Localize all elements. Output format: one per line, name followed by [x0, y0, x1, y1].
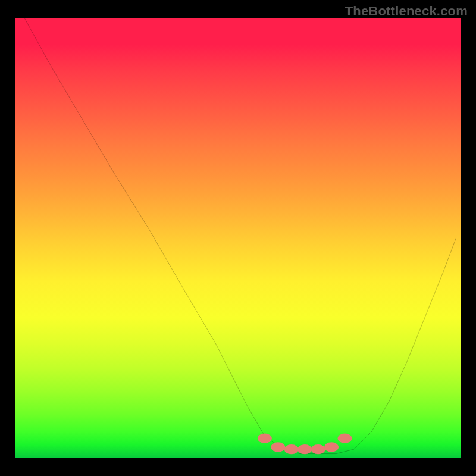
- marker-dot: [338, 434, 352, 443]
- bottleneck-curve: [24, 18, 456, 454]
- chart-frame: TheBottleneck.com: [0, 0, 476, 476]
- plot-area: [15, 18, 461, 458]
- marker-dot: [311, 444, 325, 454]
- marker-dot: [258, 434, 272, 443]
- marker-dot: [298, 444, 312, 454]
- watermark-text: TheBottleneck.com: [345, 4, 468, 19]
- chart-svg: [15, 18, 461, 458]
- optimal-range-markers: [258, 434, 352, 455]
- marker-dot: [284, 444, 299, 454]
- marker-dot: [324, 442, 339, 452]
- marker-dot: [271, 442, 285, 452]
